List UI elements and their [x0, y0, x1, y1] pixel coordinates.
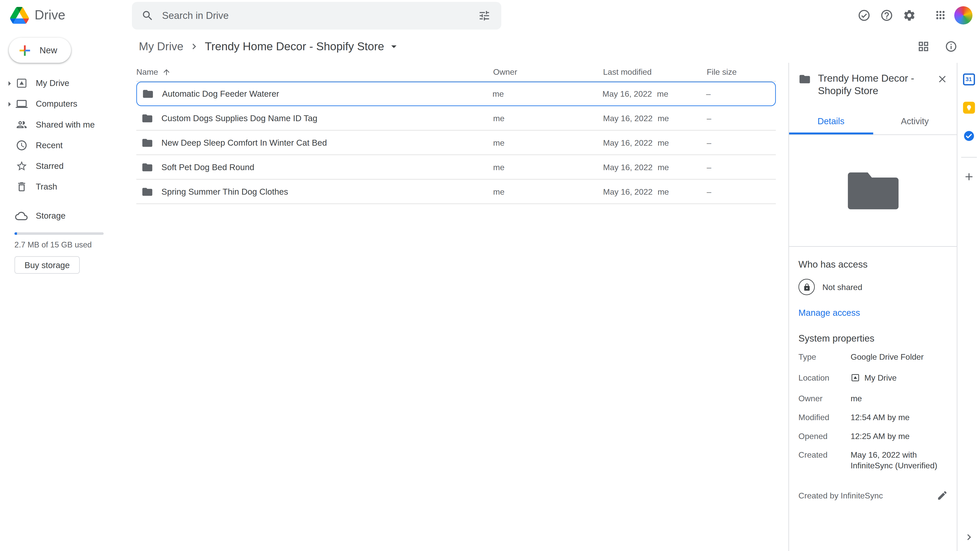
sidebar-item-trash[interactable]: Trash	[0, 176, 122, 197]
access-section: Who has access Not shared Manage access	[789, 247, 957, 318]
drive-app: Drive	[0, 0, 980, 551]
column-header-size: File size	[707, 67, 776, 76]
offline-status-icon[interactable]	[853, 4, 875, 27]
file-name: Custom Dogs Supplies Dog Name ID Tag	[162, 113, 318, 123]
file-modified: May 16, 2022me	[603, 113, 707, 123]
file-row[interactable]: Soft Pet Dog Bed Round me May 16, 2022me…	[136, 155, 776, 179]
file-size: –	[706, 89, 775, 99]
details-title: Trendy Home Decor - Shopify Store	[818, 72, 926, 97]
lock-icon	[799, 279, 815, 295]
file-modified: May 16, 2022me	[603, 138, 707, 147]
file-name: New Deep Sleep Comfort In Winter Cat Bed	[162, 138, 327, 147]
list-header: Name Owner Last modified File size	[136, 63, 776, 82]
new-button-label: New	[40, 45, 57, 55]
app-title: Drive	[35, 8, 65, 23]
star-icon	[15, 160, 27, 172]
breadcrumb: My Drive Trendy Home Decor - Shopify Sto…	[136, 38, 401, 54]
folder-preview	[789, 135, 957, 247]
keep-icon[interactable]	[961, 99, 977, 116]
tab-details[interactable]: Details	[789, 107, 873, 135]
file-owner: me	[493, 138, 603, 147]
view-controls	[912, 35, 963, 58]
buy-storage-button[interactable]: Buy storage	[14, 256, 80, 274]
created-by-text: Created by InfiniteSync	[799, 491, 932, 500]
sidebar-item-shared-with-me[interactable]: Shared with me	[0, 114, 122, 135]
main-area: My Drive Trendy Home Decor - Shopify Sto…	[122, 30, 980, 551]
access-status: Not shared	[822, 282, 862, 292]
file-modified: May 16, 2022me	[603, 162, 707, 171]
expand-arrow-icon[interactable]	[4, 98, 15, 110]
top-bar: Drive	[0, 0, 980, 30]
account-avatar[interactable]	[954, 6, 972, 24]
file-owner: me	[493, 89, 603, 99]
main-body: Name Owner Last modified File size	[122, 63, 980, 551]
file-list: Name Owner Last modified File size	[122, 63, 789, 551]
grid-view-icon[interactable]	[912, 35, 935, 58]
access-heading: Who has access	[799, 259, 947, 269]
breadcrumb-chevron-icon	[188, 41, 200, 52]
search-bar	[132, 2, 501, 29]
calendar-icon[interactable]: 31	[961, 71, 977, 87]
help-icon[interactable]	[875, 4, 898, 27]
file-size: –	[707, 187, 776, 196]
search-icon[interactable]	[136, 4, 160, 28]
sidebar: New My Drive	[0, 30, 122, 551]
property-row-location: Location My Drive	[799, 372, 947, 383]
cloud-icon	[15, 210, 27, 222]
brand: Drive	[10, 6, 132, 24]
sidebar-item-computers[interactable]: Computers	[0, 94, 122, 114]
sidebar-item-starred[interactable]: Starred	[0, 156, 122, 176]
folder-icon	[142, 186, 153, 197]
file-row[interactable]: Automatic Dog Feeder Waterer me May 16, …	[136, 82, 776, 106]
expand-arrow-icon[interactable]	[4, 78, 15, 89]
details-header: Trendy Home Decor - Shopify Store	[789, 63, 957, 102]
shared-people-icon	[15, 119, 27, 130]
column-header-name[interactable]: Name	[136, 67, 493, 76]
manage-access-link[interactable]: Manage access	[799, 308, 860, 318]
search-options-icon[interactable]	[473, 4, 496, 28]
file-row[interactable]: Spring Summer Thin Dog Clothes me May 16…	[136, 179, 776, 204]
created-by-row: Created by InfiniteSync	[789, 471, 957, 506]
computers-icon	[15, 98, 27, 110]
location-chip[interactable]: My Drive	[851, 372, 947, 383]
content-row: New My Drive	[0, 30, 980, 551]
breadcrumb-my-drive[interactable]: My Drive	[136, 38, 186, 54]
file-owner: me	[493, 162, 603, 171]
google-apps-icon[interactable]	[929, 4, 952, 27]
file-row[interactable]: New Deep Sleep Comfort In Winter Cat Bed…	[136, 130, 776, 155]
tab-activity[interactable]: Activity	[873, 107, 957, 135]
file-modified: May 16, 2022me	[603, 89, 706, 99]
property-row-type: Type Google Drive Folder	[799, 351, 947, 362]
breadcrumb-current-folder[interactable]: Trendy Home Decor - Shopify Store	[202, 38, 387, 54]
edit-pencil-icon[interactable]	[932, 485, 953, 506]
close-icon[interactable]	[933, 70, 952, 89]
folder-icon	[799, 72, 811, 86]
sidebar-item-storage[interactable]: Storage	[0, 205, 122, 226]
file-name: Spring Summer Thin Dog Clothes	[162, 187, 288, 196]
collapse-panel-chevron-icon[interactable]	[961, 529, 977, 545]
sort-arrow-up-icon	[162, 68, 170, 76]
search-input[interactable]	[159, 10, 473, 21]
property-row-modified: Modified 12:54 AM by me	[799, 412, 947, 423]
info-icon[interactable]	[940, 35, 963, 58]
file-row[interactable]: Custom Dogs Supplies Dog Name ID Tag me …	[136, 106, 776, 130]
new-button[interactable]: New	[9, 38, 71, 63]
large-folder-icon	[845, 170, 900, 211]
sidebar-nav: My Drive Computers Shared wi	[0, 73, 122, 274]
tasks-icon[interactable]	[961, 127, 977, 144]
file-modified: May 16, 2022me	[603, 187, 707, 196]
drive-logo-icon	[10, 6, 29, 24]
rail-divider	[961, 157, 977, 157]
property-row-owner: Owner me	[799, 393, 947, 404]
folder-menu-caret-icon[interactable]	[388, 40, 401, 53]
column-header-modified: Last modified	[603, 67, 707, 76]
file-name: Automatic Dog Feeder Waterer	[162, 89, 279, 99]
add-addon-icon[interactable]	[961, 168, 977, 185]
details-panel: Trendy Home Decor - Shopify Store Detail…	[788, 63, 957, 551]
details-tabs: Details Activity	[789, 107, 957, 135]
folder-icon	[142, 88, 154, 100]
properties-heading: System properties	[799, 333, 947, 344]
sidebar-item-recent[interactable]: Recent	[0, 135, 122, 156]
settings-gear-icon[interactable]	[898, 4, 921, 27]
sidebar-item-my-drive[interactable]: My Drive	[0, 73, 122, 94]
